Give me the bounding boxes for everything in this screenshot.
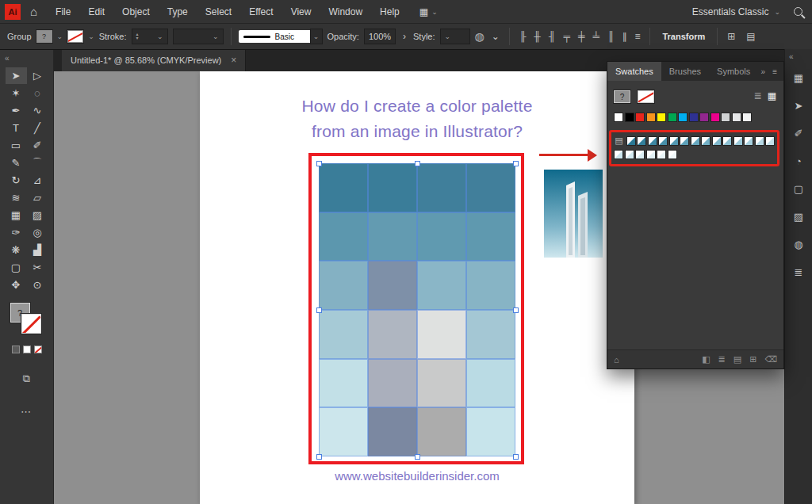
- workspace-switcher[interactable]: Essentials Classic: [692, 6, 769, 17]
- selection-tool[interactable]: ➤: [6, 67, 27, 84]
- unknown-fill-swatch[interactable]: ?: [614, 90, 630, 103]
- palette-cell[interactable]: [466, 163, 515, 212]
- stroke-weight-stepper[interactable]: ▴▾ ⌄: [132, 29, 168, 44]
- palette-cell[interactable]: [368, 310, 417, 359]
- palette-swatch[interactable]: [712, 136, 722, 146]
- slice-tool[interactable]: ✂: [27, 259, 48, 276]
- swatch[interactable]: [742, 113, 752, 122]
- palette-cell[interactable]: [319, 261, 368, 310]
- palette-swatch[interactable]: [722, 136, 732, 146]
- palette-cell[interactable]: [417, 359, 466, 408]
- selection-handle[interactable]: [415, 161, 420, 166]
- pencil-tool[interactable]: ✎: [6, 155, 27, 171]
- brush-definition-dropdown[interactable]: Basic ⌄: [239, 29, 323, 44]
- home-icon[interactable]: ⌂: [30, 5, 37, 18]
- opacity-flyout-icon[interactable]: ›: [400, 32, 408, 41]
- swatch[interactable]: [635, 113, 645, 122]
- menu-object[interactable]: Object: [113, 0, 159, 24]
- transform-button[interactable]: Transform: [657, 32, 710, 41]
- document-setup-globe-icon[interactable]: ◍: [475, 30, 485, 43]
- palette-swatch[interactable]: [733, 136, 743, 146]
- align-bottom-icon[interactable]: ╧: [590, 32, 602, 41]
- palette-swatch[interactable]: [614, 150, 623, 159]
- palette-swatch[interactable]: [680, 136, 689, 146]
- palette-cell[interactable]: [319, 310, 368, 359]
- menu-effect[interactable]: Effect: [240, 0, 282, 24]
- distribute-left-icon[interactable]: ║: [605, 32, 617, 41]
- palette-cell[interactable]: [466, 261, 515, 310]
- palette-cell[interactable]: [319, 163, 368, 212]
- new-swatch-icon[interactable]: ⊞: [749, 354, 756, 365]
- libraries-panel-icon[interactable]: ◍: [785, 231, 812, 258]
- type-tool[interactable]: T: [6, 120, 27, 136]
- curvature-tool[interactable]: ∿: [27, 102, 48, 119]
- menu-type[interactable]: Type: [159, 0, 197, 24]
- palette-cell[interactable]: [417, 407, 466, 456]
- swatch[interactable]: [710, 113, 720, 122]
- toolbar-collapse-icon[interactable]: «: [0, 50, 53, 64]
- menu-select[interactable]: Select: [197, 0, 240, 24]
- palette-swatch[interactable]: [765, 136, 775, 146]
- scale-tool[interactable]: ⊿: [27, 172, 48, 189]
- fill-color-well[interactable]: ?: [36, 30, 52, 43]
- eyedropper-tool[interactable]: ✑: [6, 224, 27, 241]
- swatch-options-icon[interactable]: ≣: [718, 354, 726, 365]
- style-dropdown[interactable]: ⌄: [440, 29, 470, 44]
- selection-handle[interactable]: [513, 161, 519, 166]
- palette-cell[interactable]: [368, 407, 417, 456]
- tab-brushes[interactable]: Brushes: [661, 62, 709, 81]
- artboard[interactable]: How do I create a color palette from an …: [200, 71, 634, 504]
- arrange-documents-button[interactable]: ▦ ⌄: [419, 6, 438, 17]
- libraries-icon[interactable]: ⌂: [614, 355, 619, 365]
- distribute-right-icon[interactable]: ≡: [632, 32, 642, 41]
- palette-swatch[interactable]: [691, 136, 700, 146]
- none-swatch[interactable]: [638, 90, 654, 103]
- symbols-panel-icon[interactable]: ◔: [785, 147, 812, 175]
- swatch[interactable]: [668, 113, 677, 122]
- palette-cell[interactable]: [466, 310, 515, 359]
- isolate-icon[interactable]: ⌄: [489, 32, 502, 41]
- palette-swatch[interactable]: [744, 136, 753, 146]
- blend-tool[interactable]: ◎: [27, 224, 48, 241]
- selection-handle[interactable]: [415, 454, 420, 460]
- palette-swatch[interactable]: [668, 150, 677, 159]
- direct-selection-tool[interactable]: ▷: [27, 67, 48, 84]
- selection-handle[interactable]: [513, 454, 519, 460]
- swatch[interactable]: [689, 113, 699, 122]
- menu-view[interactable]: View: [282, 0, 320, 24]
- pen-tool[interactable]: ✒: [6, 102, 27, 119]
- distribute-center-icon[interactable]: ∥: [619, 32, 629, 41]
- search-icon[interactable]: [794, 7, 802, 16]
- tab-swatches[interactable]: Swatches: [607, 62, 661, 81]
- new-color-group-icon[interactable]: ▤: [733, 354, 741, 365]
- swatch-kinds-icon[interactable]: ◧: [702, 354, 710, 365]
- stroke-color-well[interactable]: [67, 30, 83, 43]
- brush-dropdown-button[interactable]: ⌄: [310, 29, 323, 44]
- swatch[interactable]: [721, 113, 730, 122]
- tab-symbols[interactable]: Symbols: [709, 62, 758, 81]
- swatch[interactable]: [657, 113, 666, 122]
- stroke-proxy[interactable]: [21, 314, 41, 334]
- menu-file[interactable]: File: [47, 0, 79, 24]
- width-tool[interactable]: ≋: [6, 189, 27, 206]
- panel-expand-icon[interactable]: »: [761, 67, 766, 76]
- swatch[interactable]: [699, 113, 709, 122]
- artboard-tool[interactable]: ▢: [6, 259, 27, 276]
- palette-cell[interactable]: [417, 163, 466, 212]
- zoom-tool[interactable]: ⊙: [27, 277, 48, 293]
- palette-cell[interactable]: [319, 359, 368, 408]
- align-middle-v-icon[interactable]: ╪: [576, 32, 588, 41]
- opacity-dropdown[interactable]: 100%: [364, 29, 396, 44]
- palette-swatch[interactable]: [669, 136, 679, 146]
- palette-swatch[interactable]: [646, 150, 656, 159]
- palette-swatch[interactable]: [625, 150, 634, 159]
- brushes-panel-icon[interactable]: ✐: [785, 120, 812, 147]
- selection-panel-icon[interactable]: ➤: [785, 92, 812, 120]
- color-group-folder-icon[interactable]: ▤: [614, 136, 624, 146]
- palette-cell[interactable]: [417, 212, 466, 262]
- gradient-panel-icon[interactable]: ▨: [785, 203, 812, 231]
- palette-cell[interactable]: [368, 212, 417, 262]
- lasso-tool[interactable]: ◌: [27, 85, 48, 101]
- palette-swatch[interactable]: [635, 150, 645, 159]
- palette-swatch[interactable]: [755, 136, 764, 146]
